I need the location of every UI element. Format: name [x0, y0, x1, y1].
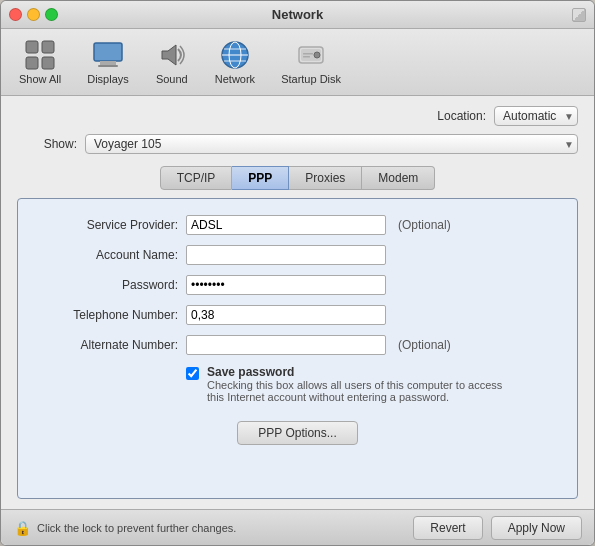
alternate-number-label: Alternate Number:	[38, 338, 178, 352]
startup-disk-icon	[295, 39, 327, 71]
save-password-label: Save password	[207, 365, 507, 379]
tab-proxies[interactable]: Proxies	[289, 166, 362, 190]
service-provider-optional: (Optional)	[398, 218, 451, 232]
password-input[interactable]	[186, 275, 386, 295]
service-provider-row: Service Provider: (Optional)	[38, 215, 557, 235]
tab-modem[interactable]: Modem	[362, 166, 435, 190]
save-password-content: Save password Checking this box allows a…	[207, 365, 507, 403]
show-all-icon	[24, 39, 56, 71]
toolbar-item-displays[interactable]: Displays	[79, 35, 137, 89]
minimize-button[interactable]	[27, 8, 40, 21]
service-provider-label: Service Provider:	[38, 218, 178, 232]
alternate-number-row: Alternate Number: (Optional)	[38, 335, 557, 355]
svg-rect-2	[26, 57, 38, 69]
show-row: Show: Voyager 105 ▼	[17, 134, 578, 154]
ppp-options-button[interactable]: PPP Options...	[237, 421, 358, 445]
tab-ppp[interactable]: PPP	[232, 166, 289, 190]
maximize-button[interactable]	[45, 8, 58, 21]
content-area: Location: Automatic ▼ Show: Voyager 105 …	[1, 96, 594, 509]
toolbar-item-startup-disk[interactable]: Startup Disk	[273, 35, 349, 89]
telephone-number-row: Telephone Number:	[38, 305, 557, 325]
toolbar-label-startup-disk: Startup Disk	[281, 73, 341, 85]
toolbar-item-sound[interactable]: Sound	[147, 35, 197, 89]
tab-tcpip[interactable]: TCP/IP	[160, 166, 233, 190]
telephone-number-label: Telephone Number:	[38, 308, 178, 322]
bottom-buttons: Revert Apply Now	[413, 516, 582, 540]
password-label: Password:	[38, 278, 178, 292]
toolbar-label-show-all: Show All	[19, 73, 61, 85]
location-select[interactable]: Automatic	[494, 106, 578, 126]
toolbar-label-network: Network	[215, 73, 255, 85]
svg-rect-4	[94, 43, 122, 61]
telephone-number-input[interactable]	[186, 305, 386, 325]
ppp-panel: Service Provider: (Optional) Account Nam…	[17, 198, 578, 499]
account-name-input[interactable]	[186, 245, 386, 265]
account-name-label: Account Name:	[38, 248, 178, 262]
alternate-number-optional: (Optional)	[398, 338, 451, 352]
toolbar-item-show-all[interactable]: Show All	[11, 35, 69, 89]
location-row: Location: Automatic ▼	[17, 106, 578, 126]
bottom-bar: 🔒 Click the lock to prevent further chan…	[1, 509, 594, 545]
svg-rect-1	[42, 41, 54, 53]
lock-area: 🔒 Click the lock to prevent further chan…	[13, 519, 405, 537]
window-title: Network	[272, 7, 323, 22]
sound-icon	[156, 39, 188, 71]
lock-text: Click the lock to prevent further change…	[37, 522, 236, 534]
close-button[interactable]	[9, 8, 22, 21]
toolbar-label-sound: Sound	[156, 73, 188, 85]
svg-rect-6	[98, 65, 118, 67]
location-select-wrapper: Automatic ▼	[494, 106, 578, 126]
show-label: Show:	[17, 137, 77, 151]
save-password-row: Save password Checking this box allows a…	[186, 365, 557, 403]
apply-now-button[interactable]: Apply Now	[491, 516, 582, 540]
displays-icon	[92, 39, 124, 71]
account-name-row: Account Name:	[38, 245, 557, 265]
service-provider-input[interactable]	[186, 215, 386, 235]
svg-rect-16	[303, 53, 313, 55]
svg-rect-0	[26, 41, 38, 53]
revert-button[interactable]: Revert	[413, 516, 482, 540]
toolbar-label-displays: Displays	[87, 73, 129, 85]
show-select-wrapper: Voyager 105 ▼	[85, 134, 578, 154]
save-password-description: Checking this box allows all users of th…	[207, 379, 507, 403]
network-icon	[219, 39, 251, 71]
svg-point-15	[314, 52, 320, 58]
save-password-checkbox[interactable]	[186, 367, 199, 380]
titlebar: Network	[1, 1, 594, 29]
svg-rect-5	[100, 61, 116, 65]
options-button-row: PPP Options...	[38, 421, 557, 445]
window-controls	[9, 8, 58, 21]
svg-marker-7	[162, 45, 176, 65]
toolbar: Show All Displays Sound	[1, 29, 594, 96]
tabs-row: TCP/IP PPP Proxies Modem	[17, 166, 578, 190]
show-select[interactable]: Voyager 105	[85, 134, 578, 154]
location-label: Location:	[437, 109, 486, 123]
resize-button[interactable]	[572, 8, 586, 22]
password-row: Password:	[38, 275, 557, 295]
svg-rect-17	[303, 56, 310, 58]
svg-rect-3	[42, 57, 54, 69]
lock-icon[interactable]: 🔒	[13, 519, 31, 537]
toolbar-item-network[interactable]: Network	[207, 35, 263, 89]
alternate-number-input[interactable]	[186, 335, 386, 355]
window: Network Show All	[0, 0, 595, 546]
